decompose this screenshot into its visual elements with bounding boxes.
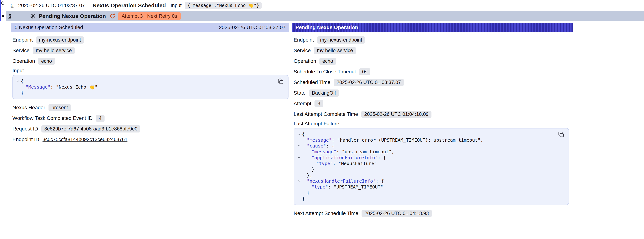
code-line: } [296, 166, 552, 172]
code-line: "type": "UPSTREAM_TIMEOUT" [296, 184, 552, 190]
field-row-operation: Operationecho [12, 57, 288, 65]
pending-asterisk-icon [30, 13, 36, 19]
field-row-next-attempt-schedule-time: Next Attempt Schedule Time 2025-02-26 UT… [294, 209, 569, 218]
selected-event-accent-line [0, 0, 1, 21]
scheduled-panel-header: 5 Nexus Operation Scheduled 2025-02-26 U… [11, 23, 289, 32]
pending-panel-title: Pending Nexus Operation [296, 24, 358, 30]
code-gutter [296, 137, 302, 143]
code-line: { [296, 132, 552, 137]
failure-code-lines: {"message": "handler error (UPSTREAM_TIM… [296, 132, 552, 202]
field-label: Operation [294, 58, 316, 64]
field-value-chip: BackingOff [309, 90, 339, 96]
field-value-chip: my-hello-service [33, 47, 75, 54]
field-row-last-attempt-complete-time: Last Attempt Complete Time2025-02-26 UTC… [294, 110, 569, 118]
field-value-chip: 3 [314, 100, 323, 107]
code-line: "applicationFailureInfo": { [296, 155, 552, 161]
field-label: Scheduled Time [294, 80, 330, 85]
pending-operation-panel: Pending Nexus Operation Endpointmy-nexus… [292, 23, 573, 220]
field-value-link[interactable]: 3c0c75ccfa8144b092c13ce632463761 [42, 137, 128, 142]
code-line: "message": "handler error (UPSTREAM_TIME… [296, 137, 552, 143]
code-text: "type": "UPSTREAM_TIMEOUT" [302, 184, 383, 190]
code-gutter [15, 84, 21, 90]
event-input-preview: {"Message":"Nexus Echo 👋"} [185, 2, 262, 9]
field-label: Service [12, 48, 30, 54]
event-title: Nexus Operation Scheduled [93, 2, 166, 8]
field-label: Endpoint [12, 37, 33, 43]
field-row-schedule-to-close-timeout: Schedule To Close Timeout0s [294, 68, 569, 76]
field-row-workflow-task-completed-event-id: Workflow Task Completed Event ID4 [12, 114, 288, 122]
timeline-dot-icon [2, 15, 4, 17]
failure-section-label: Last Attempt Failure [294, 121, 569, 127]
field-value-chip: 4 [96, 115, 104, 122]
collapse-chevron-icon[interactable] [296, 155, 302, 161]
field-value-chip: my-nexus-endpoint [317, 36, 365, 44]
timeline-connector-dotted-line [2, 6, 3, 20]
scheduled-panel-timestamp: 2025-02-26 UTC 01:03:37.07 [219, 24, 286, 30]
collapse-chevron-icon[interactable] [296, 178, 302, 184]
code-line: } [296, 196, 552, 202]
history-row-pending-nexus-operation[interactable]: 5 Pending Nexus Operation Attempt 3 · Ne… [6, 11, 644, 21]
field-value-chip: 2025-02-26 UTC 01:03:37.07 [334, 79, 404, 86]
copy-icon[interactable] [278, 78, 284, 85]
code-text: "message": "handler error (UPSTREAM_TIME… [302, 137, 483, 143]
event-input-label: Input [170, 3, 182, 8]
collapse-chevron-icon[interactable] [296, 143, 302, 149]
field-label: Last Attempt Complete Time [294, 111, 358, 117]
scheduled-panel-body: Endpointmy-nexus-endpointServicemy-hello… [11, 32, 289, 144]
collapse-chevron-icon[interactable] [296, 132, 302, 137]
code-text: } [302, 196, 305, 202]
field-row-nexus-header: Nexus Headerpresent [12, 104, 288, 112]
copy-icon[interactable] [558, 132, 564, 138]
field-value: 2025-02-26 UTC 01:04:13.93 [362, 210, 432, 217]
code-text: } [302, 166, 314, 172]
field-row-scheduled-time: Scheduled Time2025-02-26 UTC 01:03:37.07 [294, 78, 569, 86]
code-gutter [296, 161, 302, 166]
code-line: }, [296, 172, 552, 178]
code-line: { [15, 78, 272, 84]
code-text: }, [302, 172, 312, 178]
code-line: "nexusHandlerFailureInfo": { [296, 178, 552, 184]
field-value-chip: my-nexus-endpoint [36, 36, 84, 44]
code-text: "cause": { [302, 143, 334, 149]
history-row-nexus-operation-scheduled[interactable]: 5 2025-02-26 UTC 01:03:37.07 Nexus Opera… [0, 0, 644, 11]
code-text: "nexusHandlerFailureInfo": { [302, 178, 384, 184]
input-code-block: {"Message": "Nexus Echo 👋"} [12, 75, 288, 99]
code-gutter [296, 172, 302, 178]
input-code-lines: {"Message": "Nexus Echo 👋"} [15, 78, 272, 96]
failure-code-block: {"message": "handler error (UPSTREAM_TIM… [294, 128, 569, 205]
pending-panel-body: Endpointmy-nexus-endpointServicemy-hello… [292, 32, 573, 218]
field-label: State [294, 90, 306, 96]
field-value-chip: echo [38, 58, 55, 65]
field-row-request-id: Request ID3e829b7e-7d67-4b08-aad3-b1e868… [12, 125, 288, 133]
retry-icon [110, 13, 115, 19]
field-label: Endpoint [294, 37, 314, 43]
code-text: { [21, 78, 24, 84]
pending-event-id-link[interactable]: 5 [8, 13, 11, 19]
field-value-chip: my-hello-service [314, 47, 356, 54]
event-timestamp: 2025-02-26 UTC 01:03:37.07 [18, 2, 85, 8]
temporal-event-history-view: 5 2025-02-26 UTC 01:03:37.07 Nexus Opera… [0, 0, 644, 239]
field-label: Operation [12, 58, 35, 64]
code-line: "Message": "Nexus Echo 👋" [15, 84, 272, 90]
scheduled-fields-top: Endpointmy-nexus-endpointServicemy-hello… [12, 36, 288, 65]
code-text: } [21, 90, 24, 96]
field-value-chip: 3e829b7e-7d67-4b08-aad3-b1e868bfe9e0 [41, 125, 140, 132]
field-row-attempt: Attempt3 [294, 100, 569, 108]
event-detail-panels: 5 Nexus Operation Scheduled 2025-02-26 U… [0, 21, 644, 220]
code-line: "message": "upstream timeout", [296, 149, 552, 155]
code-text: { [302, 132, 305, 137]
event-id-link[interactable]: 5 [10, 2, 14, 8]
field-row-endpoint-id: Endpoint ID3c0c75ccfa8144b092c13ce632463… [12, 136, 288, 144]
pending-panel-header: Pending Nexus Operation [292, 23, 573, 32]
code-line: "cause": { [296, 143, 552, 149]
field-value-chip: 2025-02-26 UTC 01:04:10.09 [361, 111, 432, 118]
timeline-node-icon [1, 2, 4, 5]
field-row-operation: Operationecho [294, 57, 569, 65]
input-section-label: Input [12, 68, 288, 74]
code-gutter [296, 166, 302, 172]
collapse-chevron-icon[interactable] [15, 78, 21, 84]
pending-fields: Endpointmy-nexus-endpointServicemy-hello… [294, 36, 569, 118]
field-row-service: Servicemy-hello-service [294, 46, 569, 54]
code-text: "type": "NexusFailure" [302, 161, 377, 166]
field-value-chip: echo [320, 58, 336, 65]
